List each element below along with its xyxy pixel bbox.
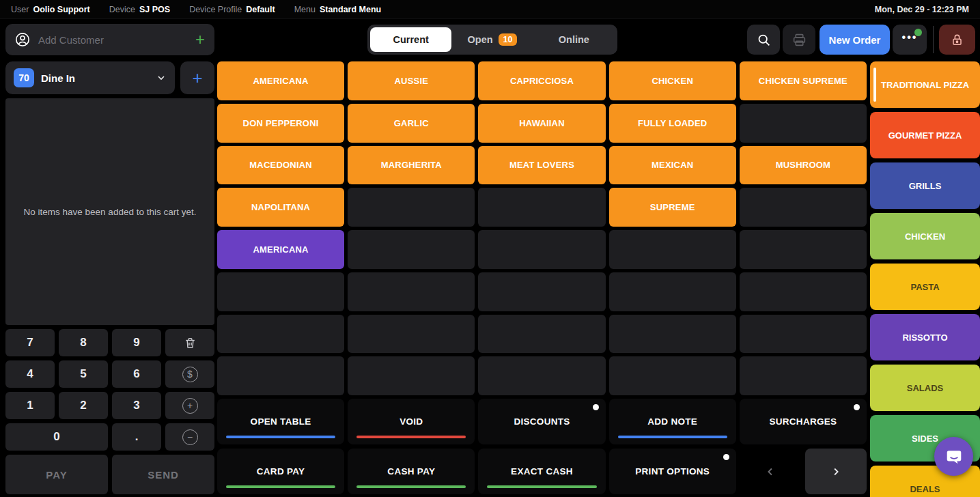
- menu-item-chicken[interactable]: CHICKEN: [609, 61, 736, 100]
- numpad-key-4[interactable]: 4: [5, 360, 55, 388]
- new-order-button[interactable]: New Order: [820, 25, 890, 55]
- more-options-button[interactable]: •••: [893, 25, 927, 55]
- new-order-label: New Order: [829, 34, 881, 46]
- numpad-key-7[interactable]: 7: [5, 329, 55, 356]
- category-salads[interactable]: SALADS: [870, 365, 980, 411]
- pay-button[interactable]: PAY: [5, 455, 108, 494]
- page-next-button[interactable]: [805, 449, 867, 494]
- action-label: VOID: [400, 416, 423, 427]
- add-customer-plus-icon[interactable]: +: [195, 31, 205, 48]
- category-label: SIDES: [912, 434, 938, 444]
- category-grills[interactable]: GRILLS: [870, 162, 980, 209]
- action-void[interactable]: VOID: [348, 399, 475, 444]
- action-add-note[interactable]: ADD NOTE: [609, 399, 736, 444]
- category-rissotto[interactable]: RISSOTTO: [870, 314, 980, 360]
- menu-item-mushroom[interactable]: MUSHROOM: [740, 146, 867, 185]
- category-chicken[interactable]: CHICKEN: [870, 213, 980, 259]
- menu-item-don-pepperoni[interactable]: DON PEPPERONI: [217, 104, 344, 143]
- action-cash-pay[interactable]: CASH PAY: [348, 449, 475, 494]
- menu-empty-cell: [609, 315, 736, 354]
- tab-open[interactable]: Open10: [451, 27, 533, 52]
- category-sidebar: TRADITIONAL PIZZAGOURMET PIZZAGRILLSCHIC…: [870, 61, 980, 497]
- action-pager: [740, 449, 867, 494]
- tab-label: Online: [559, 34, 589, 45]
- action-discounts[interactable]: DISCOUNTS: [478, 399, 605, 444]
- action-surcharges[interactable]: SURCHARGES: [740, 399, 867, 444]
- cart-empty-message: No items have been added to this cart ye…: [24, 207, 197, 217]
- category-label: SALADS: [907, 383, 943, 393]
- add-customer-placeholder: Add Customer: [38, 34, 187, 46]
- menu-item-garlic[interactable]: GARLIC: [348, 104, 475, 143]
- menu-item-fully-loaded[interactable]: FULLY LOADED: [609, 104, 736, 143]
- menu-item-margherita[interactable]: MARGHERITA: [348, 146, 475, 185]
- tab-current[interactable]: Current: [370, 27, 451, 52]
- chevron-right-icon: [830, 466, 842, 478]
- menu-empty-cell: [740, 272, 867, 311]
- page-prev-button[interactable]: [740, 449, 801, 494]
- menu-empty-cell: [740, 188, 867, 227]
- menu-item-hawaiian[interactable]: HAWAIIAN: [478, 104, 605, 143]
- datetime-label: Mon, Dec 29 - 12:23 PM: [875, 5, 969, 14]
- numpad-key-1[interactable]: 1: [5, 392, 55, 419]
- menu-item-supreme[interactable]: SUPREME: [609, 188, 736, 227]
- menu-item-mexican[interactable]: MEXICAN: [609, 146, 736, 185]
- menu-empty-cell: [478, 356, 605, 395]
- menu-empty-cell: [478, 315, 605, 354]
- chevron-left-icon: [764, 466, 776, 478]
- print-button[interactable]: [783, 25, 815, 55]
- menu-empty-cell: [478, 230, 605, 269]
- search-icon: [757, 33, 771, 47]
- tab-label: Current: [393, 34, 428, 45]
- category-traditional-pizza[interactable]: TRADITIONAL PIZZA: [870, 61, 980, 108]
- numpad-key-0[interactable]: 0: [5, 423, 108, 451]
- numpad-key-9[interactable]: 9: [112, 329, 161, 356]
- order-type-label: Dine In: [41, 72, 149, 84]
- numpad-key-3[interactable]: 3: [112, 392, 161, 419]
- menu-empty-cell: [478, 272, 605, 311]
- status-item-menu: MenuStandard Menu: [294, 5, 382, 14]
- lock-button[interactable]: [939, 25, 975, 55]
- menu-item-chicken-supreme[interactable]: CHICKEN SUPREME: [740, 61, 867, 100]
- action-label: SURCHARGES: [769, 416, 837, 427]
- menu-empty-cell: [217, 272, 344, 311]
- action-exact-cash[interactable]: EXACT CASH: [478, 449, 605, 494]
- tab-online[interactable]: Online: [533, 27, 615, 52]
- chat-bubble-icon: [945, 448, 963, 466]
- menu-item-capricciosa[interactable]: CAPRICCIOSA: [478, 61, 605, 100]
- numpad-key-6[interactable]: 6: [112, 360, 161, 388]
- menu-item-americana[interactable]: AMERICANA: [217, 230, 344, 269]
- status-value: Oolio Support: [33, 5, 89, 14]
- numpad-key-8[interactable]: 8: [59, 329, 108, 356]
- action-card-pay[interactable]: CARD PAY: [217, 449, 344, 494]
- cart-panel: 70 Dine In + No items have been added to…: [0, 60, 215, 497]
- action-label: ADD NOTE: [647, 416, 697, 427]
- menu-empty-cell: [609, 272, 736, 311]
- menu-item-americana[interactable]: AMERICANA: [217, 61, 344, 100]
- numpad-key-decimal[interactable]: .: [112, 423, 161, 451]
- numpad-key-2[interactable]: 2: [59, 392, 108, 419]
- action-underline: [226, 485, 335, 488]
- menu-item-aussie[interactable]: AUSSIE: [348, 61, 475, 100]
- action-print-options[interactable]: PRINT OPTIONS: [609, 449, 736, 494]
- numpad-key-5[interactable]: 5: [59, 360, 108, 388]
- menu-item-macedonian[interactable]: MACEDONIAN: [217, 146, 344, 185]
- chat-launcher-button[interactable]: [934, 437, 973, 476]
- clear-button[interactable]: [165, 329, 214, 356]
- action-label: DISCOUNTS: [514, 416, 570, 427]
- plus-icon: +: [192, 68, 202, 89]
- action-underline: [618, 436, 727, 438]
- send-button[interactable]: SEND: [112, 455, 214, 494]
- plus-circle-button[interactable]: +: [165, 392, 214, 419]
- add-table-button[interactable]: +: [180, 61, 214, 94]
- dollar-circle-button[interactable]: $: [165, 360, 214, 388]
- action-open-table[interactable]: OPEN TABLE: [217, 399, 344, 444]
- search-button[interactable]: [747, 25, 780, 55]
- menu-item-napolitana[interactable]: NAPOLITANA: [217, 188, 344, 227]
- category-gourmet-pizza[interactable]: GOURMET PIZZA: [870, 112, 980, 158]
- table-selector-dropdown[interactable]: 70 Dine In: [5, 61, 175, 94]
- menu-item-meat-lovers[interactable]: MEAT LOVERS: [478, 146, 605, 185]
- category-pasta[interactable]: PASTA: [870, 264, 980, 310]
- minus-circle-button[interactable]: −: [165, 423, 214, 451]
- menu-empty-cell: [609, 230, 736, 269]
- add-customer-input[interactable]: Add Customer +: [5, 24, 214, 55]
